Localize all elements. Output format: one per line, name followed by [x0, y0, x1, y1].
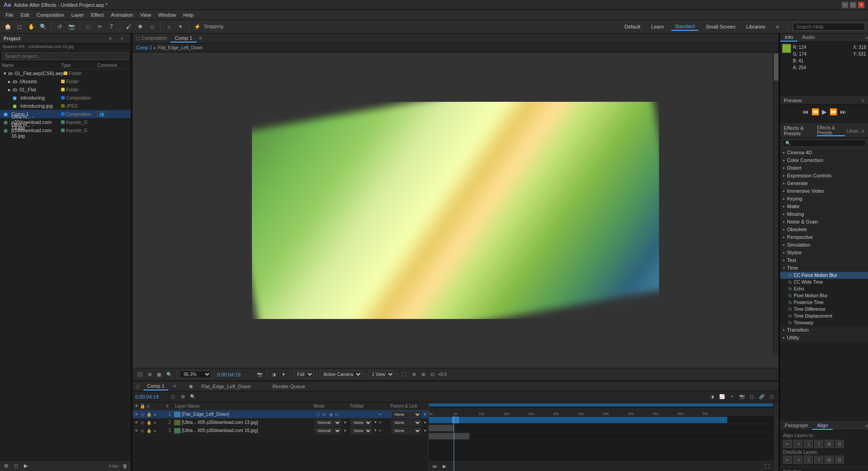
new-button[interactable]: ◻ — [14, 22, 24, 32]
menu-animation[interactable]: Animation — [107, 11, 137, 19]
track-bar-3[interactable] — [429, 433, 470, 439]
tl-go-forward[interactable]: ▶ — [441, 462, 449, 471]
snapping-btn[interactable]: ⚡ — [192, 22, 202, 32]
project-panel-expand[interactable]: » — [117, 33, 127, 43]
effect-cat-noise-header[interactable]: ▸ Noise & Grain — [780, 218, 868, 226]
clone-tool[interactable]: ✱ — [135, 22, 145, 32]
tl-add-btn[interactable]: + — [728, 393, 736, 401]
menu-composition[interactable]: Composition — [33, 11, 68, 19]
layer-2-expand[interactable]: ▸ — [152, 420, 158, 425]
tl-expand-btn[interactable]: ⛶ — [763, 462, 771, 471]
layer-3-pen-btn[interactable]: ✏ — [378, 428, 383, 433]
layer-1-parent-arrow[interactable]: ▼ — [422, 412, 427, 417]
layer-3-expand[interactable]: ▸ — [152, 428, 158, 433]
layer-row-3[interactable]: 👁 ◎ 🔒 ▸ 3 [Ultra... #05 p30download.com … — [133, 427, 428, 435]
playhead[interactable] — [454, 416, 454, 471]
tab-info[interactable]: Info — [780, 33, 797, 42]
layer-1-solo[interactable]: ◎ — [140, 412, 145, 417]
layer-2-eye[interactable]: 👁 — [133, 420, 139, 425]
menu-effect[interactable]: Effect — [87, 11, 107, 19]
menu-help[interactable]: Help — [180, 11, 197, 19]
tl-tab-close[interactable]: ✕ — [173, 384, 176, 389]
preview-skip-back[interactable]: ⏮ — [802, 108, 809, 115]
viewer-show-channel[interactable]: ▼ — [280, 371, 288, 377]
maximize-button[interactable]: □ — [850, 2, 856, 8]
layer-3-eye[interactable]: 👁 — [133, 428, 139, 433]
workspace-smallscreen[interactable]: Small Screen — [702, 23, 739, 30]
effect-cat-color-header[interactable]: ▸ Color Correction — [780, 157, 868, 164]
effect-cat-simulation-header[interactable]: ▸ Simulation — [780, 241, 868, 249]
layer-1-parent-select[interactable]: None — [391, 411, 422, 418]
tl-render-queue[interactable]: Render Queue — [269, 383, 308, 390]
project-search-input[interactable] — [2, 52, 129, 60]
layer-1-pen-btn[interactable]: ✏ — [378, 412, 383, 417]
zoom-tool[interactable]: 🔍 — [38, 22, 48, 32]
new-comp-btn[interactable]: ◻ — [12, 462, 20, 470]
dist-h-center-btn[interactable]: ⊣ — [793, 456, 802, 464]
viewer-grid2-btn[interactable]: ⊞ — [420, 371, 427, 377]
layer-1-expand[interactable]: ▸ — [152, 412, 158, 417]
layer-2-trkmat-select[interactable]: None — [351, 419, 372, 426]
tab-audio[interactable]: Audio — [797, 33, 819, 42]
menu-window[interactable]: Window — [155, 11, 180, 19]
effect-cat-expression-header[interactable]: ▸ Expression Controls — [780, 172, 868, 180]
tl-camera-btn[interactable]: 📷 — [738, 393, 746, 401]
track-bar-2[interactable] — [429, 425, 454, 431]
workspace-learn[interactable]: Learn — [648, 23, 668, 30]
effect-cat-obsolete-header[interactable]: ▸ Obsolete — [780, 226, 868, 233]
align-right-btn[interactable]: ⊥ — [804, 440, 813, 448]
viewer-snapshot-btn[interactable]: 📷 — [255, 371, 264, 377]
preview-skip-forward[interactable]: ⏭ — [840, 108, 846, 115]
menu-layer[interactable]: Layer — [68, 11, 88, 19]
workspace-more[interactable]: » — [773, 22, 783, 32]
preview-step-forward[interactable]: ⏩ — [830, 108, 837, 115]
effect-time-difference[interactable]: fx Time Difference — [780, 306, 868, 313]
preview-menu-btn[interactable]: ≡ — [862, 98, 864, 103]
effect-cat-cinema4d-header[interactable]: ▸ Cinema 4D — [780, 149, 868, 157]
project-item[interactable]: ◼ Ultra H... - p30download.com 16.jpg Im… — [0, 126, 131, 134]
align-bottom-btn[interactable]: ⊟ — [835, 440, 844, 448]
dist-right-btn[interactable]: ⊥ — [804, 456, 813, 464]
layer-1-lock[interactable]: 🔒 — [146, 412, 152, 417]
project-item[interactable]: ▸ 🗁 //Assets Folder — [0, 77, 131, 86]
dist-top-btn[interactable]: ⊤ — [814, 456, 823, 464]
effect-cat-text-header[interactable]: ▸ Text — [780, 257, 868, 264]
layer-2-parent-select[interactable]: None — [391, 419, 422, 426]
preview-play[interactable]: ▶ — [822, 108, 827, 115]
tl-tab-comp[interactable]: Comp 1 — [143, 382, 168, 390]
viewer-marker-btn[interactable]: ⬛ — [135, 371, 144, 377]
effect-cat-immersive-header[interactable]: ▸ Immersive Video — [780, 187, 868, 195]
project-item[interactable]: ▸ 🗁 01_Flat Folder — [0, 86, 131, 94]
effect-cc-wide-time[interactable]: fx CC Wide Time — [780, 279, 868, 285]
layer-2-trkmat-dropdown[interactable]: ▼ — [373, 419, 378, 425]
brush-tool[interactable]: 🖌 — [123, 22, 133, 32]
tl-motion-blur[interactable]: ◑ — [708, 393, 716, 401]
project-item[interactable]: ▾ 🗁 01_Flat.aep(CS6).aep Folder — [0, 69, 131, 77]
new-folder-btn[interactable]: ⊞ — [2, 462, 10, 470]
open-btn[interactable]: ▶ — [22, 462, 30, 470]
menu-view[interactable]: View — [137, 11, 155, 19]
item-persons-btn[interactable]: 👥 — [97, 111, 106, 117]
layer-3-mode-select[interactable]: Normal — [314, 428, 342, 434]
layer-3-trkmat-select[interactable]: None — [351, 428, 372, 434]
tab-align[interactable]: Align — [812, 422, 832, 430]
close-button[interactable]: ✕ — [858, 2, 864, 8]
layer-1-eye[interactable]: 👁 — [133, 412, 139, 417]
puppet-tool[interactable]: ⟐ — [164, 22, 174, 32]
effect-cat-utility-header[interactable]: ▸ Utility — [780, 334, 868, 342]
tab-libraries[interactable]: Librar... — [847, 128, 862, 133]
effect-cat-distort-header[interactable]: ▸ Distort — [780, 164, 868, 172]
workspace-default[interactable]: Default — [621, 23, 644, 30]
workspace-standard[interactable]: Standard — [671, 23, 699, 31]
effect-cat-perspective-header[interactable]: ▸ Perspective — [780, 233, 868, 241]
viewer-resolution-select[interactable]: Full — [294, 371, 314, 378]
layer-row-1[interactable]: 👁 ◎ 🔒 ▸ 1 [Flat_Edge_Left_Down] ◻ fx ◑ — [133, 410, 428, 419]
rect-tool[interactable]: □ — [83, 22, 93, 32]
layer-2-mode-select[interactable]: Normal — [314, 419, 342, 426]
home-button[interactable]: 🏠 — [3, 22, 13, 32]
tab-paragraph[interactable]: Paragraph — [780, 422, 812, 430]
search-input[interactable] — [793, 23, 865, 31]
hand-tool[interactable]: ✋ — [26, 22, 36, 32]
layer-2-lock[interactable]: 🔒 — [146, 420, 152, 425]
layer-1-mode-btn[interactable]: ◻ — [314, 412, 321, 417]
